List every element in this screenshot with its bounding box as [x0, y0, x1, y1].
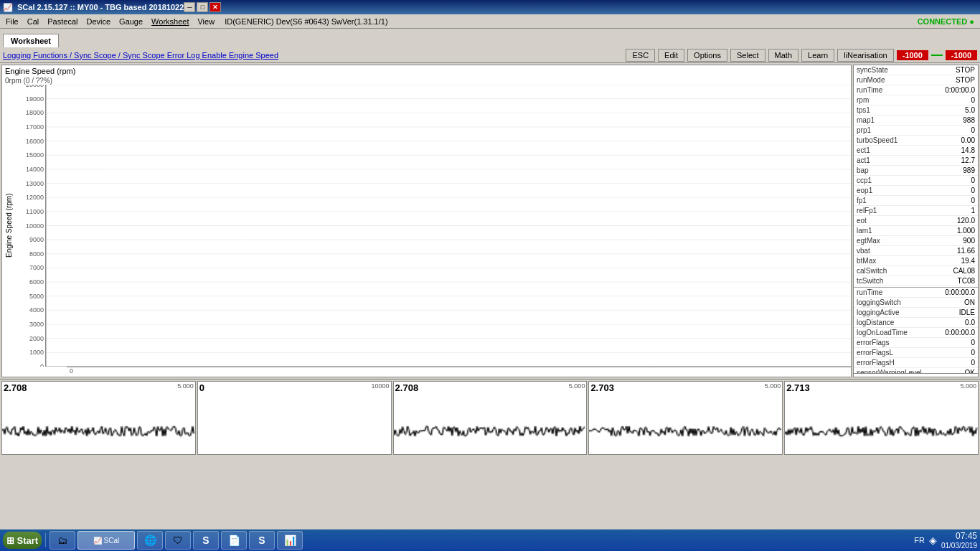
log-key: errorFlags	[857, 338, 890, 347]
status-key: calSwitch	[857, 266, 887, 276]
taskbar-app-shield[interactable]: 🛡	[165, 531, 191, 550]
tray-dropbox: ◈	[929, 534, 937, 546]
title-bar: 📈 SCal 2.15.127 :: MY00 - TBG based 2018…	[0, 0, 980, 14]
log-key: logOnLoadTime	[857, 328, 908, 337]
mini-max: 5.000	[177, 382, 194, 393]
menu-gauge[interactable]: Gauge	[115, 16, 147, 27]
log-val: 0:00:00.0	[945, 288, 975, 297]
menu-file[interactable]: File	[1, 16, 23, 27]
status-row: prp10	[854, 126, 978, 136]
status-row: btMax19.4	[854, 256, 978, 266]
log-key: loggingSwitch	[857, 298, 901, 307]
log-key: errorFlagsL	[857, 348, 893, 357]
taskbar-app-pdf[interactable]: 📄	[221, 531, 247, 550]
status-row: rpm0	[854, 95, 978, 105]
x-axis: 0	[67, 367, 851, 377]
y-tick: 2000	[29, 335, 44, 342]
taskbar-app-explorer[interactable]: 🗂	[50, 531, 75, 550]
y-tick: 7000	[29, 264, 44, 271]
y-tick: 19000	[26, 95, 44, 103]
worksheet-tab-bar: Worksheet	[0, 29, 980, 47]
log-val: ON	[964, 298, 975, 307]
status-val: 5.0	[965, 105, 975, 115]
status-row: runModeSTOP	[854, 75, 978, 85]
y-tick: 1000	[29, 349, 44, 356]
status-row: fp10	[854, 196, 978, 206]
esc-button[interactable]: ESC	[626, 49, 655, 62]
menu-view[interactable]: View	[193, 16, 219, 27]
taskbar-app-s1[interactable]: S	[193, 531, 219, 550]
menu-device[interactable]: Device	[82, 16, 115, 27]
log-key: errorFlagsH	[857, 358, 895, 367]
taskbar-app-chrome[interactable]: 🌐	[137, 531, 163, 550]
learn-button[interactable]: Learn	[801, 49, 834, 62]
status-val: 120.0	[957, 216, 975, 225]
edit-button[interactable]: Edit	[658, 49, 684, 62]
linearisation-button[interactable]: liNearisation	[837, 49, 894, 62]
taskbar-app-s2[interactable]: S	[249, 531, 275, 550]
y-tick: 18000	[26, 109, 44, 116]
menu-cal[interactable]: Cal	[23, 16, 44, 27]
worksheet-tab[interactable]: Worksheet	[3, 34, 59, 47]
y-tick: 6000	[29, 278, 44, 286]
log-val: 0	[971, 348, 975, 357]
status-row: calSwitchCAL08	[854, 266, 978, 276]
taskbar-right: FR ◈ 07:45 01/03/2019	[914, 531, 977, 550]
start-button[interactable]: ⊞ Start	[3, 532, 42, 549]
close-button[interactable]: ✕	[209, 2, 221, 12]
status-val: 12.7	[961, 156, 975, 165]
clock-date: 01/03/2019	[941, 541, 977, 550]
y-tick: 17000	[26, 123, 44, 131]
status-val: 900	[963, 236, 975, 245]
mini-chart: 2.7085.000an01V0.000	[1, 381, 196, 455]
mini-chart-canvas	[785, 394, 978, 455]
right-panel: syncStateSTOPrunModeSTOPrunTime0:00:00.0…	[853, 65, 979, 377]
taskbar-divider	[45, 533, 46, 547]
app-icon: 📈	[3, 3, 13, 12]
status-val: STOP	[956, 75, 975, 85]
status-row: eop10	[854, 186, 978, 196]
mini-value: 2.713	[786, 382, 810, 393]
status-row: syncStateSTOP	[854, 65, 978, 75]
status-key: bap	[857, 166, 869, 175]
taskbar-app-excel[interactable]: 📊	[277, 531, 303, 550]
status-key: ect1	[857, 146, 870, 155]
mini-max: 5.000	[765, 382, 781, 393]
log-val: 0	[971, 358, 975, 367]
log-row: sensorWarningLevelOK	[854, 368, 978, 374]
math-button[interactable]: Math	[768, 49, 798, 62]
select-button[interactable]: Select	[730, 49, 765, 62]
breadcrumb[interactable]: Logging Functions / Sync Scope / Sync Sc…	[3, 51, 623, 60]
mini-chart-canvas	[589, 394, 782, 455]
log-key: logDistance	[857, 318, 894, 327]
maximize-button[interactable]: □	[197, 2, 208, 12]
y-tick: 20000	[26, 85, 44, 88]
status-row: relFp11	[854, 206, 978, 216]
status-val: 14.8	[961, 146, 975, 155]
options-button[interactable]: Options	[687, 49, 727, 62]
log-val: 0:00:00.0	[945, 328, 975, 337]
mini-chart: 010000rpm0.000	[197, 381, 392, 455]
toolbar-row: Logging Functions / Sync Scope / Sync Sc…	[0, 47, 980, 63]
status-val: 11.66	[957, 246, 975, 255]
y-tick: 9000	[29, 236, 44, 243]
menu-pastecal[interactable]: Pastecal	[43, 16, 82, 27]
y-tick: 16000	[26, 138, 44, 145]
status-section: syncStateSTOPrunModeSTOPrunTime0:00:00.0…	[854, 65, 978, 288]
chart-area: Engine Speed (rpm) 0rpm (0 / ??%) Engine…	[1, 65, 852, 377]
y-tick: 5000	[29, 293, 44, 300]
info-line: Solaris S6	[857, 375, 975, 377]
menu-worksheet[interactable]: Worksheet	[147, 16, 193, 27]
status-val: 19.4	[961, 256, 975, 265]
mini-charts-row: 2.7085.000an01V0.000010000rpm0.0002.7085…	[0, 379, 980, 456]
indicator-mid	[931, 55, 943, 56]
mini-max: 5.000	[569, 382, 585, 393]
mini-chart: 2.7135.000an04V0.000	[784, 381, 979, 455]
mini-chart-canvas	[394, 394, 587, 455]
y-axis-label: Engine Speed (rpm)	[2, 85, 16, 367]
taskbar-app-scal[interactable]: 📈 SCal	[77, 531, 135, 550]
mini-value: 0	[199, 382, 204, 393]
status-row: ccp10	[854, 176, 978, 186]
minimize-button[interactable]: ─	[184, 2, 195, 12]
log-val: 0	[971, 338, 975, 347]
